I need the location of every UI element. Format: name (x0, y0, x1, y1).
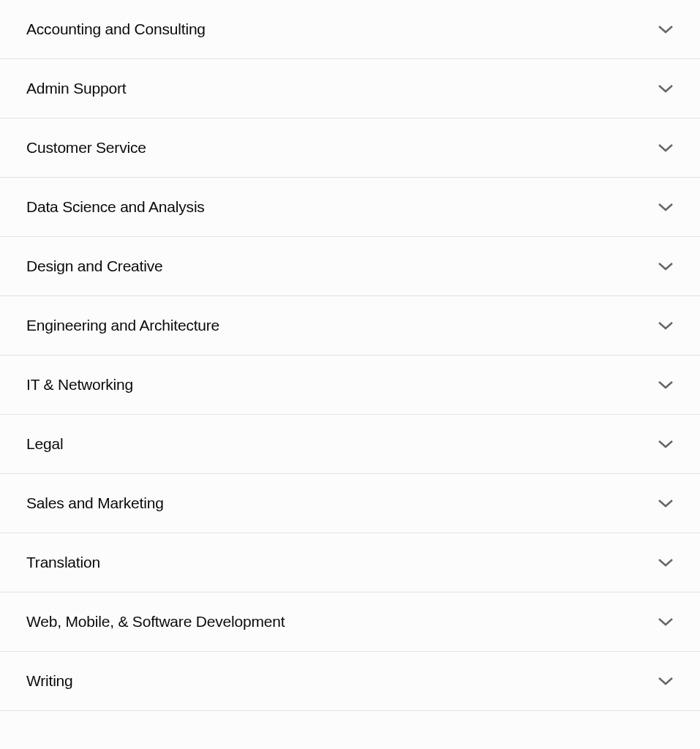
chevron-down-icon (658, 614, 674, 630)
chevron-down-icon (658, 495, 674, 511)
category-label: Writing (26, 672, 73, 690)
category-item-legal[interactable]: Legal (0, 415, 700, 474)
category-item-admin-support[interactable]: Admin Support (0, 59, 700, 118)
chevron-down-icon (658, 140, 674, 156)
category-label: Design and Creative (26, 257, 162, 275)
chevron-down-icon (658, 258, 674, 274)
chevron-down-icon (658, 317, 674, 334)
chevron-down-icon (658, 554, 674, 571)
category-item-design-and-creative[interactable]: Design and Creative (0, 237, 700, 296)
category-label: Sales and Marketing (26, 494, 164, 512)
chevron-down-icon (658, 436, 674, 452)
chevron-down-icon (658, 21, 674, 37)
category-label: Web, Mobile, & Software Development (26, 613, 285, 631)
category-item-engineering-and-architecture[interactable]: Engineering and Architecture (0, 296, 700, 355)
category-item-data-science-and-analysis[interactable]: Data Science and Analysis (0, 178, 700, 237)
category-label: Engineering and Architecture (26, 317, 219, 334)
category-item-translation[interactable]: Translation (0, 533, 700, 592)
category-item-writing[interactable]: Writing (0, 652, 700, 711)
chevron-down-icon (658, 80, 674, 97)
chevron-down-icon (658, 199, 674, 215)
chevron-down-icon (658, 673, 674, 689)
category-item-sales-and-marketing[interactable]: Sales and Marketing (0, 474, 700, 533)
category-item-web-mobile-software-development[interactable]: Web, Mobile, & Software Development (0, 592, 700, 652)
category-item-customer-service[interactable]: Customer Service (0, 118, 700, 178)
category-accordion: Accounting and Consulting Admin Support … (0, 0, 700, 711)
category-label: Admin Support (26, 80, 126, 97)
category-label: IT & Networking (26, 376, 133, 394)
category-label: Legal (26, 435, 63, 453)
category-label: Translation (26, 554, 100, 571)
category-item-accounting-and-consulting[interactable]: Accounting and Consulting (0, 0, 700, 59)
category-label: Customer Service (26, 139, 146, 157)
chevron-down-icon (658, 377, 674, 393)
category-item-it-and-networking[interactable]: IT & Networking (0, 355, 700, 415)
category-label: Data Science and Analysis (26, 198, 205, 216)
category-label: Accounting and Consulting (26, 20, 206, 38)
